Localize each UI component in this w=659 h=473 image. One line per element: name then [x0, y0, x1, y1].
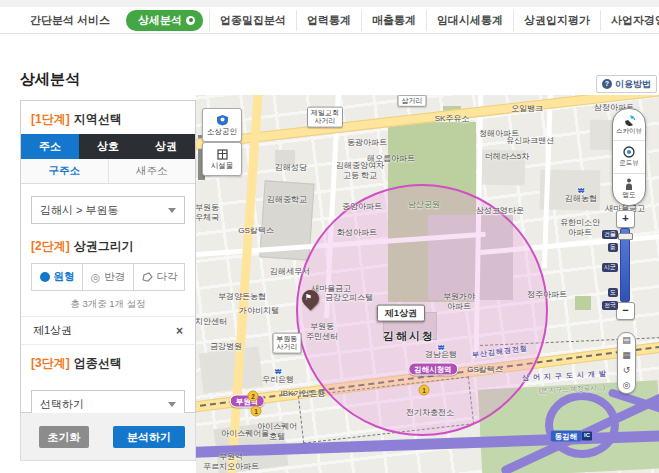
facilities-icon [216, 148, 229, 160]
step3-header: [3단계]업종선택 [21, 345, 195, 378]
cadastral-map-icon[interactable]: ▤ [622, 336, 631, 345]
nav-item[interactable]: 상권입지평가 [513, 10, 600, 31]
filled-circle-icon [40, 272, 50, 282]
building-block [199, 346, 263, 393]
subtab-new-address[interactable]: 새주소 [108, 159, 196, 183]
pegman-label: 맵도 [623, 191, 636, 200]
shape-polygon-label: 다각 [157, 270, 178, 284]
map-canvas[interactable]: 부원동 우체국제일교회 사거리동광아파트해오름아파트청해아파트삼정아파트오일뱅크… [196, 95, 659, 473]
nav-item[interactable]: 매출통계 [361, 10, 426, 31]
satellite-dish-icon [622, 114, 637, 127]
skyview-button[interactable]: 스카이뷰 [613, 109, 645, 140]
help-button[interactable]: ? 이용방법 [596, 75, 657, 93]
facilities-layer-button[interactable]: 시설물 [202, 142, 242, 176]
page-title: 상세분석 [20, 70, 80, 89]
nav-item[interactable]: 업력통계 [296, 10, 361, 31]
map-tools: ▤ ▦ ↺ ◎ [617, 332, 636, 394]
pegman-icon [623, 178, 635, 191]
small-business-layer-button[interactable]: 소상공인 [202, 108, 242, 142]
tab-address[interactable]: 주소 [21, 134, 79, 159]
area-measure-icon[interactable]: ▦ [622, 351, 631, 360]
step1-title: 지역선택 [74, 112, 122, 126]
zoom-slider-thumb[interactable] [618, 233, 633, 240]
tab-trade-area[interactable]: 상권 [137, 134, 195, 159]
target-icon[interactable]: ◎ [623, 381, 631, 390]
step1-header: [1단계]지역선택 [21, 101, 195, 134]
nav-item[interactable]: 상세분석 [126, 10, 203, 31]
nav-item[interactable]: 업종밀집분석 [209, 10, 296, 31]
question-icon: ? [602, 79, 612, 89]
park-small [575, 296, 591, 310]
nav-items: 간단분석 서비스상세분석업종밀집분석업력통계매출통계임대시세통계상권입지평가사업… [20, 10, 659, 31]
zoom-out-button[interactable]: − [616, 302, 635, 320]
analysis-panel: [1단계]지역선택 주소 상호 상권 구주소 새주소 김해시 > 부원동 [2단… [20, 100, 196, 413]
area-count-text: 총 3개중 1개 설정 [21, 298, 195, 311]
roadview-icon [622, 146, 636, 159]
shape-circle-label: 원형 [54, 270, 75, 284]
step2-badge: [2단계] [31, 239, 70, 253]
help-button-label: 이용방법 [615, 78, 651, 91]
step1-badge: [1단계] [31, 112, 70, 126]
polygon-icon [141, 272, 153, 282]
small-business-label: 소상공인 [207, 127, 237, 137]
small-business-icon [216, 114, 229, 126]
trade-area-row: 제1상권 × [21, 316, 195, 345]
zoom-level-badge[interactable]: 건물 [602, 230, 618, 239]
chevron-down-icon [168, 208, 176, 213]
facilities-label: 시설물 [211, 161, 234, 171]
zoom-level-badge[interactable]: 시군 [602, 263, 618, 272]
remove-area-icon[interactable]: × [176, 326, 183, 336]
region-select-value: 김해시 > 부원동 [40, 203, 119, 218]
step3-title: 업종선택 [74, 356, 122, 370]
roadview-button[interactable]: 로드뷰 [613, 140, 645, 172]
region-select[interactable]: 김해시 > 부원동 [31, 196, 185, 224]
search-type-tabs: 주소 상호 상권 [21, 134, 195, 159]
step3-badge: [3단계] [31, 356, 70, 370]
top-strip [0, 0, 659, 7]
nav-item[interactable]: 임대시세통계 [426, 10, 513, 31]
screen: 간단분석 서비스상세분석업종밀집분석업력통계매출통계임대시세통계상권입지평가사업… [0, 0, 659, 473]
chevron-down-icon [168, 402, 176, 407]
shape-radius-button[interactable]: ◎ 반경 [82, 264, 133, 290]
shape-radius-label: 반경 [104, 270, 125, 284]
step2-title: 상권그리기 [74, 239, 134, 253]
cityhall-block [383, 312, 437, 340]
map-view-controls: 스카이뷰 로드뷰 맵도 [612, 108, 646, 206]
flag-icon: ⚑ [305, 293, 312, 302]
pegman-button[interactable]: 맵도 [613, 173, 645, 205]
shape-polygon-button[interactable]: 다각 [133, 264, 184, 290]
shape-button-group: 원형 ◎ 반경 다각 [31, 263, 185, 291]
building-block [275, 150, 295, 166]
subtab-old-address[interactable]: 구주소 [21, 159, 108, 183]
reset-button[interactable]: 초기화 [39, 426, 89, 448]
address-type-subtabs: 구주소 새주소 [21, 159, 195, 184]
nav-item[interactable]: 사업자경영평가 [600, 10, 659, 31]
zoom-slider[interactable] [620, 228, 630, 302]
undo-icon[interactable]: ↺ [623, 366, 631, 375]
analyze-button[interactable]: 분석하기 [113, 426, 185, 448]
trade-area-name: 제1상권 [33, 323, 72, 338]
step2-header: [2단계]상권그리기 [21, 228, 195, 261]
industry-select-value: 선택하기 [40, 397, 84, 412]
main-nav: 간단분석 서비스상세분석업종밀집분석업력통계매출통계임대시세통계상권입지평가사업… [0, 7, 659, 34]
shape-circle-button[interactable]: 원형 [32, 264, 82, 290]
zoom-in-button[interactable]: + [616, 210, 635, 228]
zoom-level-badge[interactable]: 동 [608, 243, 618, 252]
zoom-level-badge[interactable]: 전국 [602, 301, 618, 310]
tab-store-name[interactable]: 상호 [79, 134, 137, 159]
radius-circle-icon: ◎ [91, 272, 101, 282]
active-tab-indicator-icon [186, 16, 195, 25]
stadium-block [428, 215, 513, 300]
panel-footer: 초기화 분석하기 [20, 413, 196, 461]
roadview-label: 로드뷰 [619, 159, 639, 168]
building-block [480, 150, 526, 186]
zoom-level-badge[interactable]: 도 [608, 288, 618, 297]
nav-item[interactable]: 간단분석 서비스 [20, 10, 120, 31]
skyview-label: 스카이뷰 [616, 127, 642, 136]
